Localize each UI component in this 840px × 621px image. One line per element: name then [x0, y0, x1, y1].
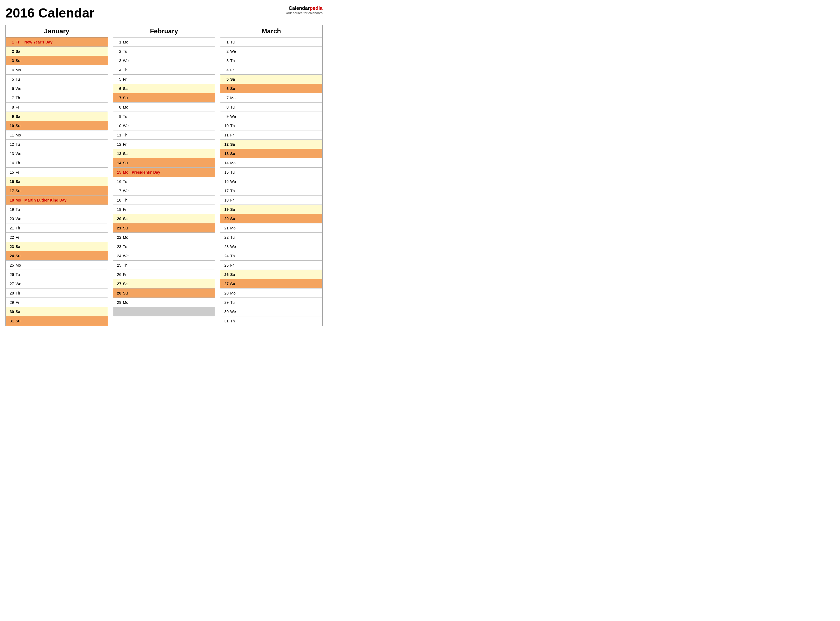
day-number: 8	[220, 105, 230, 109]
day-number: 9	[6, 114, 15, 119]
day-number: 21	[113, 226, 123, 230]
day-row: 2Sa	[6, 47, 108, 56]
day-number: 24	[6, 254, 15, 258]
day-name: Tu	[15, 142, 24, 147]
day-number: 26	[220, 273, 230, 277]
day-event: Martin Luther King Day	[24, 198, 108, 202]
day-number: 19	[6, 207, 15, 212]
day-name: Th	[15, 161, 24, 165]
day-row: 13Su	[220, 149, 322, 158]
day-name: Su	[15, 319, 24, 323]
day-name: We	[123, 254, 132, 258]
day-row: 5Sa	[220, 75, 322, 84]
day-number: 22	[220, 235, 230, 239]
day-name: Fr	[123, 142, 132, 147]
day-number: 4	[6, 68, 15, 72]
day-name: We	[230, 114, 239, 119]
day-number: 6	[220, 86, 230, 91]
day-number: 1	[220, 40, 230, 44]
day-number: 23	[220, 244, 230, 249]
day-row: 29Tu	[220, 298, 322, 307]
day-name: Fr	[15, 105, 24, 109]
day-name: Mo	[123, 40, 132, 44]
logo-pedia: pedia	[310, 6, 323, 11]
day-row: 19Tu	[6, 205, 108, 214]
day-name: Fr	[123, 207, 132, 212]
day-row: 24We	[113, 251, 215, 261]
day-name: Su	[15, 124, 24, 128]
day-number: 25	[6, 263, 15, 267]
day-name: Fr	[15, 235, 24, 239]
day-number: 14	[6, 161, 15, 165]
day-name: Tu	[230, 170, 239, 174]
day-row: 28Su	[113, 288, 215, 298]
day-name: Tu	[15, 207, 24, 212]
day-number: 27	[6, 282, 15, 286]
day-row: 18MoMartin Luther King Day	[6, 195, 108, 205]
day-name: Tu	[230, 105, 239, 109]
day-row: 8Tu	[220, 103, 322, 112]
day-number: 21	[6, 226, 15, 230]
day-number: 19	[113, 207, 123, 212]
day-row: 28Mo	[220, 288, 322, 298]
day-name: Mo	[230, 161, 239, 165]
day-row: 1Mo	[113, 38, 215, 47]
day-name: Fr	[123, 77, 132, 82]
day-name: Mo	[15, 198, 24, 202]
day-name: Fr	[230, 263, 239, 267]
day-name: Tu	[123, 49, 132, 54]
day-row: 16We	[220, 177, 322, 186]
day-number: 7	[6, 96, 15, 100]
day-name: Sa	[15, 309, 24, 314]
logo-main: Calendarpedia	[286, 6, 323, 11]
day-number: 25	[220, 263, 230, 267]
day-number: 10	[220, 124, 230, 128]
day-event: Presidents' Day	[132, 170, 215, 174]
day-name: Sa	[15, 49, 24, 54]
day-number: 16	[113, 179, 123, 184]
day-name: Fr	[15, 40, 24, 44]
day-row: 21Su	[113, 223, 215, 233]
day-name: Sa	[230, 207, 239, 212]
day-number: 29	[113, 300, 123, 304]
day-number: 2	[6, 49, 15, 54]
day-name: Th	[230, 254, 239, 258]
day-row: 23Tu	[113, 242, 215, 251]
day-row: 19Sa	[220, 205, 322, 214]
day-number: 28	[220, 291, 230, 295]
day-number: 28	[6, 291, 15, 295]
day-row: 9Tu	[113, 112, 215, 121]
day-name: Tu	[230, 40, 239, 44]
day-row: 9We	[220, 112, 322, 121]
day-name: We	[230, 244, 239, 249]
day-row: 3Su	[6, 56, 108, 65]
day-name: Fr	[230, 68, 239, 72]
day-number: 7	[113, 96, 123, 100]
day-name: Mo	[123, 170, 132, 174]
day-row: 14Mo	[220, 158, 322, 168]
day-number: 18	[6, 198, 15, 202]
day-number: 20	[113, 217, 123, 221]
month-block-march: March1Tu2We3Th4Fr5Sa6Su7Mo8Tu9We10Th11Fr…	[220, 25, 323, 326]
day-number: 12	[220, 142, 230, 147]
day-name: Sa	[123, 282, 132, 286]
day-row: 18Fr	[220, 195, 322, 205]
day-name: Mo	[15, 68, 24, 72]
day-number: 10	[6, 124, 15, 128]
day-row: 15MoPresidents' Day	[113, 168, 215, 177]
day-number: 17	[113, 189, 123, 193]
day-number: 15	[113, 170, 123, 174]
day-number: 12	[113, 142, 123, 147]
day-number: 29	[220, 300, 230, 304]
day-name: Tu	[123, 244, 132, 249]
day-number: 3	[113, 59, 123, 63]
day-name: Th	[123, 198, 132, 202]
day-number: 7	[220, 96, 230, 100]
day-row: 30We	[220, 307, 322, 317]
day-row: 10Th	[220, 121, 322, 130]
day-name: We	[123, 124, 132, 128]
day-row: 23We	[220, 242, 322, 251]
day-number: 25	[113, 263, 123, 267]
day-name: We	[15, 151, 24, 156]
day-name: Fr	[230, 133, 239, 137]
